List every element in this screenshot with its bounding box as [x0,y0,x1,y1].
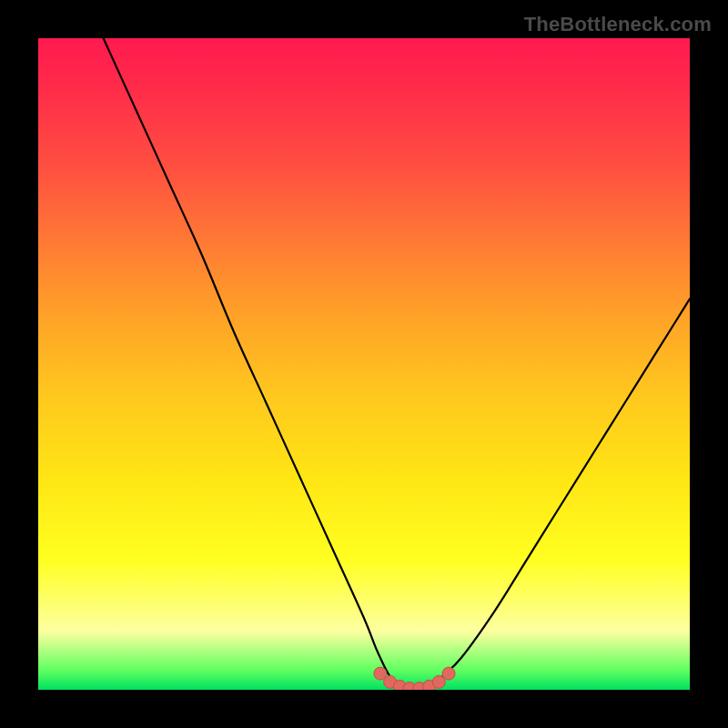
chart-frame: TheBottleneck.com [0,0,728,728]
curve-layer [38,38,690,690]
watermark-text: TheBottleneck.com [524,13,712,36]
bottleneck-curve [104,38,690,690]
plot-area [38,38,690,690]
optimal-marker [442,667,455,680]
optimal-zone-markers [374,667,455,690]
